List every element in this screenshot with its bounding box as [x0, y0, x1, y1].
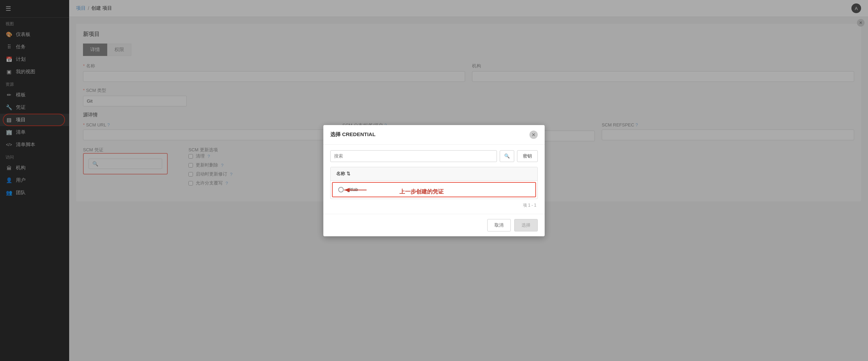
search-icon: 🔍: [504, 153, 510, 159]
dialog-title: 选择 CREDENTIAL: [330, 131, 376, 138]
cancel-button[interactable]: 取消: [487, 219, 511, 231]
dialog-footer: 取消 选择: [323, 214, 545, 236]
dialog-search-button[interactable]: 🔍: [500, 150, 514, 162]
radio-gitlab: [338, 187, 344, 192]
main-content: 项目 / 创建 项目 A 新项目 详情 权限 * 名称: [69, 0, 868, 361]
dialog-search-input[interactable]: [330, 150, 497, 162]
credential-dialog: 选择 CREDENTIAL ✕ 🔍 密钥 名称 ⇅ gitlab: [323, 125, 545, 236]
modal-overlay: 选择 CREDENTIAL ✕ 🔍 密钥 名称 ⇅ gitlab: [69, 0, 868, 361]
select-button[interactable]: 选择: [514, 219, 538, 231]
credential-row-gitlab[interactable]: gitlab: [332, 182, 536, 197]
credential-name-gitlab: gitlab: [347, 187, 358, 192]
dialog-key-button[interactable]: 密钥: [517, 150, 538, 162]
pagination-info: 项 1 - 1: [330, 202, 538, 208]
dialog-body: 🔍 密钥 名称 ⇅ gitlab 项 1 - 1 上一步创建的凭证: [323, 145, 545, 214]
credential-table: 名称 ⇅ gitlab: [330, 167, 538, 199]
dialog-close-button[interactable]: ✕: [529, 131, 538, 139]
credential-table-header: 名称 ⇅: [331, 167, 537, 181]
dialog-header: 选择 CREDENTIAL ✕: [323, 125, 545, 145]
dialog-search-row: 🔍 密钥: [330, 150, 538, 162]
